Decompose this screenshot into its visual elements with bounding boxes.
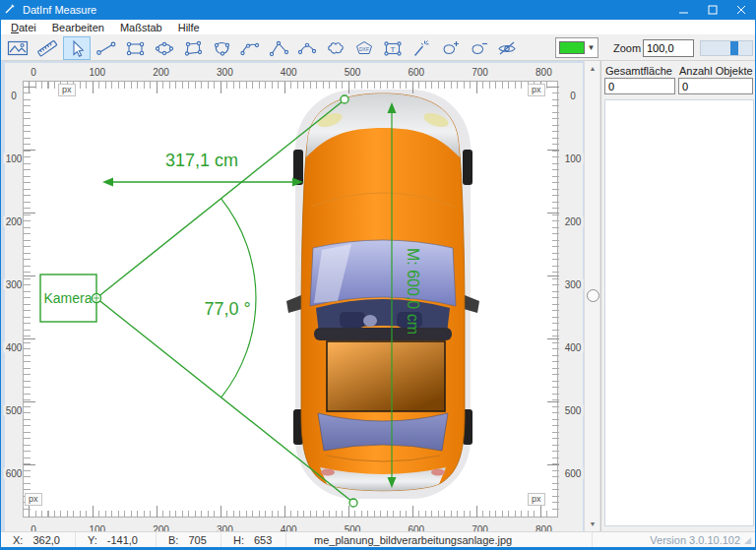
image-tool-button[interactable] — [4, 36, 32, 60]
subtract-region-tool-button[interactable] — [465, 36, 492, 60]
current-color-swatch — [559, 41, 585, 54]
toolbar: DXF T ▼ Zoom — [1, 35, 755, 61]
menu-item-0[interactable]: Datei — [3, 21, 44, 34]
ruler-tool-button[interactable] — [33, 36, 61, 60]
chevron-down-icon: ▼ — [585, 43, 598, 52]
window-title: DatInf Measure — [19, 4, 669, 16]
svg-text:T: T — [391, 45, 396, 54]
text-tool-button[interactable]: T — [379, 36, 407, 60]
svg-text:DXF: DXF — [359, 46, 369, 52]
zoom-label: Zoom — [613, 42, 641, 54]
total-area-label: Gesamtfläche — [605, 65, 672, 77]
canvas[interactable]: 0100200300400500600700800 01002003004005… — [1, 61, 584, 531]
add-region-tool-button[interactable] — [436, 36, 464, 60]
app-icon — [1, 3, 19, 17]
object-count-label: Anzahl Objekte — [679, 65, 753, 77]
polygon-tool-button[interactable] — [179, 36, 207, 60]
length-value-label: M: 600,0 cm — [405, 248, 421, 335]
width-value-label: 317,1 cm — [165, 151, 238, 170]
menu-item-2[interactable]: Maßstab — [112, 21, 170, 34]
zoom-slider-thumb[interactable] — [730, 41, 738, 55]
toggle-annotations-tool-button[interactable] — [493, 36, 521, 60]
status-y: Y:-141,0 — [76, 532, 157, 547]
status-width: B:705 — [157, 532, 221, 547]
menu-bar: DateiBearbeitenMaßstabHilfe — [1, 20, 755, 35]
rectangle-tool-button[interactable] — [122, 36, 150, 60]
angle-arc — [221, 199, 256, 397]
angle-tool-button[interactable] — [265, 36, 292, 60]
total-area-field[interactable] — [604, 78, 675, 94]
object-count-field[interactable] — [678, 78, 753, 94]
magic-wand-tool-button[interactable] — [408, 36, 435, 60]
angle-value-label: 77,0 ° — [204, 299, 250, 319]
zoom-slider[interactable] — [700, 40, 753, 56]
minimize-button[interactable] — [669, 0, 698, 20]
arrowhead-left — [102, 178, 113, 187]
status-x: X:362,0 — [1, 532, 76, 547]
color-picker-dropdown[interactable]: ▼ — [555, 37, 598, 58]
ellipse-tool-button[interactable] — [151, 36, 178, 60]
dxf-tool-button[interactable]: DXF — [350, 36, 378, 60]
maximize-button[interactable] — [698, 0, 726, 20]
canvas-overlay: Kamera 317,1 cm 77,0 ° M: 600,0 cm — [5, 63, 583, 531]
camera-label: Kamera — [43, 290, 92, 306]
loaded-image: 0100200300400500600700800 01002003004005… — [5, 63, 583, 531]
ray-upper-handle[interactable] — [341, 95, 348, 103]
freeform-tool-button[interactable] — [208, 36, 235, 60]
ray-lower-handle[interactable] — [349, 499, 357, 507]
object-list[interactable] — [604, 99, 754, 526]
status-filename: me_planung_bildverarbeitungsanlage.jpg — [286, 532, 593, 547]
status-height: H:653 — [221, 532, 286, 547]
cloud-tool-button[interactable] — [322, 36, 349, 60]
vertical-scrollbar[interactable]: ▲ ▼ — [584, 61, 599, 531]
select-tool-button[interactable] — [63, 36, 91, 60]
polyline-tool-button[interactable] — [236, 36, 264, 60]
zoom-input[interactable] — [643, 39, 694, 57]
title-bar: DatInf Measure — [1, 0, 755, 20]
status-version: Version 3.0.10.102 ◢ — [593, 532, 755, 547]
resize-grip-icon[interactable]: ◢ — [740, 535, 751, 545]
menu-item-3[interactable]: Hilfe — [170, 21, 208, 34]
menu-item-1[interactable]: Bearbeiten — [44, 21, 112, 34]
arc-tool-button[interactable] — [293, 36, 321, 60]
scroll-up-icon[interactable]: ▲ — [585, 61, 600, 76]
right-panel: Gesamtfläche Anzahl Objekte — [601, 61, 755, 531]
car-image — [286, 90, 479, 499]
app-window: DatInf Measure DateiBearbeitenMaßstabHil… — [0, 0, 756, 550]
splitter-grip[interactable] — [587, 289, 599, 302]
close-button[interactable] — [726, 0, 755, 20]
status-bar: X:362,0 Y:-141,0 B:705 H:653 me_planung_… — [1, 531, 755, 547]
line-measure-tool-button[interactable] — [93, 36, 120, 60]
main-area: 0100200300400500600700800 01002003004005… — [1, 61, 755, 531]
scroll-down-icon[interactable]: ▼ — [585, 517, 600, 531]
